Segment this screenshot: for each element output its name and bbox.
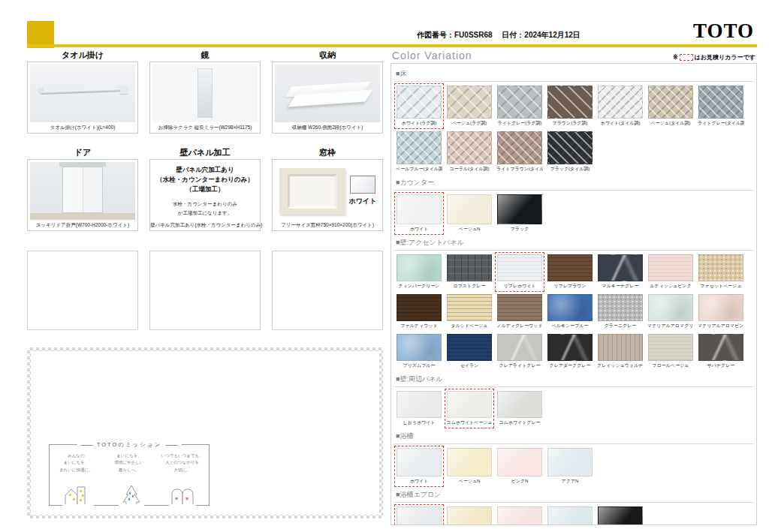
swatch[interactable]: ロブストグレー: [445, 252, 494, 292]
swatch[interactable]: ベージュN: [445, 192, 494, 235]
color-chip: [397, 334, 442, 361]
swatch[interactable]: サバナグレー: [696, 332, 746, 371]
swatch[interactable]: グラーニグレー: [596, 292, 645, 332]
color-chip: [698, 294, 743, 321]
swatch-label: コムホワイトグレー: [496, 419, 543, 426]
swatch[interactable]: マテリアルアロマピンク: [696, 292, 746, 332]
product-caption: 壁パネル穴加工あり(水栓・カウンターまわりのみ): [150, 220, 260, 230]
product-card-window-frame: 窓枠 ホワイト フリーサイズ窓枠750×910×200(ホワイト): [272, 147, 383, 231]
swatch[interactable]: グレイッシュウォルナット: [596, 332, 645, 371]
swatch[interactable]: ファセットベージュ: [696, 252, 746, 292]
swatch[interactable]: セイラン: [445, 332, 494, 371]
swatch[interactable]: マテリアルアロマグリーン: [646, 292, 695, 332]
swatch[interactable]: ベルキシーブルー: [545, 292, 595, 332]
color-chip: [547, 131, 593, 164]
svg-text:♥: ♥: [185, 496, 188, 501]
section-title: ■床: [394, 68, 753, 82]
section-bathtub: ■浴槽ホワイトベージュNピンクNアクアN: [394, 430, 753, 487]
swatch[interactable]: コムホワイトグレー: [495, 389, 544, 428]
product-caption: お掃除ラクラク 縦長ミラー(W298×H1175): [150, 122, 260, 133]
drawing-number: 作図番号：FU0SSR68: [417, 31, 493, 39]
swatch[interactable]: リフレブラウン: [545, 252, 595, 292]
product-caption: スッキリドア折戸(W700-H2000-ホワイト): [28, 220, 137, 230]
swatch-label: ブラウン(ラグ調): [547, 120, 593, 127]
color-chip: [648, 294, 693, 321]
product-row-3: [27, 251, 383, 330]
section-title: ■壁:周辺パネル: [394, 373, 753, 387]
section-wall-surround-panel: ■壁:周辺パネルしおうホワイトコムホワイトベージュコムホワイトグレー: [394, 373, 753, 428]
doc-date: 日付：2024年12月12日: [502, 31, 581, 39]
swatch[interactable]: ベージュ(ラグ調): [445, 83, 494, 129]
color-chip: [447, 334, 492, 361]
tree-icon: [119, 482, 144, 508]
product-card-wall-panel-processing: 壁パネル加工 壁パネル穴加工あり （水栓・カウンターまわりのみ） （工場加工） …: [149, 147, 261, 231]
svg-text:♥: ♥: [175, 496, 178, 501]
swatch[interactable]: フロールベージュ: [646, 332, 695, 371]
swatch[interactable]: ブラック(タイル調): [545, 129, 595, 175]
wall-panel-line: 壁パネル穴加工あり: [156, 165, 253, 175]
color-chip: [497, 254, 542, 281]
mission-column: まいにちを、 環境にやさしい 暮らしへ。: [103, 452, 155, 473]
swatch[interactable]: ベージュ(タイル調): [646, 83, 695, 129]
color-chip: [497, 131, 542, 164]
swatch[interactable]: ホワイト(タイル調): [596, 83, 645, 129]
swatch[interactable]: アクアN: [545, 446, 595, 487]
swatch[interactable]: ブラウン(ラグ調): [545, 83, 595, 129]
swatch[interactable]: アクアN: [545, 504, 595, 525]
swatch-label: クレアダークグレー: [547, 362, 593, 369]
color-chip: [497, 294, 542, 321]
product-card-shelf: 収納 収納棚 W260-側面2段(ホワイト): [272, 50, 383, 134]
swatch[interactable]: ライトグレー(ラグ調): [495, 83, 544, 129]
toto-logo: TOTO: [693, 20, 754, 43]
people-icon: ♥ ♥: [169, 484, 196, 508]
swatch-label: ブラック(タイル調): [547, 166, 593, 173]
color-chip: [447, 254, 492, 281]
swatch[interactable]: コムホワイトベージュ: [445, 389, 494, 428]
swatch-label: ライトグレー(ラグ調): [496, 120, 543, 127]
swatch[interactable]: ピンクN: [495, 446, 544, 487]
swatch[interactable]: ブラック: [495, 192, 544, 235]
color-chip: [547, 254, 593, 281]
swatch[interactable]: ピンクN: [495, 504, 544, 525]
swatch[interactable]: マルキーナグレー: [596, 252, 645, 292]
color-chip: [598, 254, 643, 281]
swatch[interactable]: ファルティウッド: [394, 292, 444, 332]
swatch[interactable]: プリズムブルー: [394, 332, 444, 371]
swatch[interactable]: ライトグレー(タイル調): [696, 83, 746, 129]
wall-panel-subnote: 水栓・カウンターまわりのみ: [173, 200, 237, 209]
section-bathtub-apron: ■浴槽エプロンホワイトベージュピンクNアクアNブラック: [394, 488, 753, 525]
swatch[interactable]: ベージュN: [445, 446, 494, 487]
swatch[interactable]: ブラック: [596, 504, 645, 525]
product-card-towel-bar: タオル掛け タオル掛け(ホワイト)(L=400): [27, 50, 138, 134]
swatch[interactable]: クレアライトグレー: [495, 332, 544, 371]
product-title: 鏡: [149, 50, 261, 62]
swatch[interactable]: タルシドベージュ: [445, 292, 494, 332]
section-floor: ■床ホワイト(ラグ調)ベージュ(ラグ調)ライトグレー(ラグ調)ブラウン(ラグ調)…: [394, 68, 753, 175]
swatch-label: リフレブラウン: [547, 283, 593, 290]
color-chip: [547, 506, 593, 525]
swatch[interactable]: ベージュ: [445, 504, 494, 525]
swatch[interactable]: リフレホワイト: [495, 252, 544, 292]
swatch[interactable]: しおうホワイト: [394, 389, 444, 428]
swatch-label: ライトグレー(タイル調): [698, 120, 744, 127]
product-title: 窓枠: [272, 147, 383, 159]
color-chip: [447, 131, 492, 164]
swatch[interactable]: クレアダークグレー: [545, 332, 595, 371]
swatch-label: ホワイト(ラグ調): [396, 120, 442, 127]
swatch[interactable]: ホワイト: [394, 192, 444, 235]
swatch-label: しおうホワイト: [396, 419, 442, 426]
swatch[interactable]: ルティッシュピンク: [646, 252, 695, 292]
swatch[interactable]: ライトブラウン(タイル調): [495, 129, 544, 175]
empty-product-box: [27, 251, 138, 330]
swatch[interactable]: ティンバーグリーン: [394, 252, 444, 292]
swatch[interactable]: ホワイト(ラグ調): [394, 83, 444, 129]
swatch[interactable]: コーラル(タイル調): [445, 129, 494, 175]
section-title: ■カウンター: [394, 176, 753, 191]
product-caption: タオル掛け(ホワイト)(L=400): [28, 122, 137, 133]
swatch[interactable]: ノルディグレーウッド: [495, 292, 544, 332]
swatch[interactable]: ホワイト: [394, 504, 444, 525]
color-chip: [497, 448, 542, 476]
swatch[interactable]: ペールブルー(タイル調): [394, 129, 444, 175]
swatch[interactable]: ホワイト: [394, 446, 444, 487]
color-chip: [648, 334, 693, 361]
